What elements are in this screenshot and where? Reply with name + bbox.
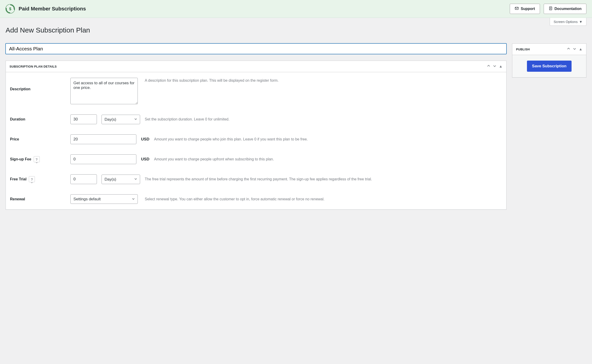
documentation-label: Documentation	[555, 7, 582, 11]
renewal-select[interactable]: Settings default	[70, 194, 138, 204]
price-row: Price USD Amount you want to charge peop…	[10, 134, 502, 144]
move-down-icon[interactable]	[493, 64, 497, 69]
left-column: SUBSCRIPTION PLAN DETAILS ▲ Description	[6, 43, 506, 214]
publish-controls: ▲	[567, 47, 582, 52]
signup-fee-currency: USD	[141, 157, 149, 162]
document-icon	[549, 6, 553, 11]
description-control: Get access to all of our courses for one…	[70, 78, 140, 104]
documentation-button[interactable]: Documentation	[544, 4, 586, 14]
publish-title: PUBLISH	[516, 48, 530, 51]
duration-unit-select[interactable]: Day(s)	[101, 115, 140, 124]
description-textarea[interactable]: Get access to all of our courses for one…	[70, 78, 138, 104]
toggle-icon[interactable]: ▲	[579, 47, 582, 51]
move-up-icon[interactable]	[487, 64, 491, 69]
free-trial-label-text: Free Trial	[10, 177, 27, 181]
banner-title: Paid Member Subscriptions	[19, 6, 86, 12]
content-wrap: Screen Options ▼ Add New Subscription Pl…	[0, 18, 592, 220]
toggle-icon[interactable]: ▲	[499, 64, 503, 68]
free-trial-control: Day(s)	[70, 174, 140, 184]
price-label: Price	[10, 137, 70, 141]
help-icon[interactable]: ?	[29, 176, 35, 182]
renewal-control: Settings default	[70, 194, 140, 204]
renewal-row: Renewal Settings default Se	[10, 194, 502, 204]
duration-row: Duration Day(s)	[10, 114, 502, 124]
publish-header: PUBLISH ▲	[512, 44, 586, 55]
save-subscription-button[interactable]: Save Subscription	[527, 61, 572, 72]
signup-fee-helper: Amount you want to charge people upfront…	[149, 156, 502, 162]
description-helper: A description for this subscription plan…	[140, 78, 502, 83]
free-trial-row: Free Trial ? Day(s)	[10, 174, 502, 184]
signup-fee-input[interactable]	[70, 154, 136, 164]
metabox-header: SUBSCRIPTION PLAN DETAILS ▲	[6, 61, 506, 72]
signup-fee-row: Sign-up Fee ? USD Amount you want to cha…	[10, 154, 502, 164]
duration-unit-wrap: Day(s)	[101, 115, 140, 124]
plan-title-input[interactable]	[6, 43, 506, 54]
right-column: PUBLISH ▲ Save Subscription	[512, 43, 586, 214]
support-label: Support	[521, 7, 535, 11]
publish-metabox: PUBLISH ▲ Save Subscription	[512, 43, 586, 78]
subscription-plan-details-metabox: SUBSCRIPTION PLAN DETAILS ▲ Description	[6, 61, 506, 210]
price-control: USD	[70, 134, 149, 144]
duration-control: Day(s)	[70, 114, 140, 124]
move-up-icon[interactable]	[567, 47, 570, 52]
publish-body: Save Subscription	[512, 55, 586, 77]
signup-fee-control: USD	[70, 154, 149, 164]
description-label: Description	[10, 78, 70, 91]
caret-down-icon: ▼	[579, 20, 582, 24]
page-title: Add New Subscription Plan	[6, 18, 586, 43]
metabox-title: SUBSCRIPTION PLAN DETAILS	[10, 65, 57, 68]
top-banner: $ Paid Member Subscriptions Support	[0, 0, 592, 18]
screen-options-label: Screen Options	[554, 20, 578, 24]
free-trial-unit-wrap: Day(s)	[101, 175, 140, 184]
renewal-select-wrap: Settings default	[70, 194, 138, 204]
free-trial-unit-select[interactable]: Day(s)	[101, 175, 140, 184]
main-columns: SUBSCRIPTION PLAN DETAILS ▲ Description	[6, 43, 586, 214]
move-down-icon[interactable]	[573, 47, 576, 52]
free-trial-helper: The free trial represents the amount of …	[140, 176, 502, 182]
mail-icon	[515, 6, 519, 11]
banner-right: Support Documentation	[510, 4, 586, 14]
free-trial-input[interactable]	[70, 174, 97, 184]
metabox-body: Description Get access to all of our cou…	[6, 72, 506, 209]
duration-input[interactable]	[70, 114, 97, 124]
price-helper: Amount you want to charge people who joi…	[149, 136, 502, 142]
svg-text:$: $	[9, 7, 11, 11]
description-row: Description Get access to all of our cou…	[10, 78, 502, 104]
banner-left: $ Paid Member Subscriptions	[6, 4, 86, 13]
renewal-helper: Select renewal type. You can either allo…	[140, 196, 502, 202]
renewal-label: Renewal	[10, 197, 70, 201]
support-button[interactable]: Support	[510, 4, 540, 14]
screen-options-toggle[interactable]: Screen Options ▼	[550, 18, 586, 26]
duration-helper: Set the subscription duration. Leave 0 f…	[140, 117, 502, 122]
signup-fee-label-text: Sign-up Fee	[10, 157, 31, 161]
metabox-controls: ▲	[487, 64, 503, 69]
plugin-logo-icon: $	[6, 4, 15, 13]
price-input[interactable]	[70, 134, 136, 144]
free-trial-label: Free Trial ?	[10, 176, 70, 182]
price-currency: USD	[141, 137, 149, 142]
duration-label: Duration	[10, 117, 70, 121]
help-icon[interactable]: ?	[34, 156, 40, 162]
signup-fee-label: Sign-up Fee ?	[10, 156, 70, 162]
